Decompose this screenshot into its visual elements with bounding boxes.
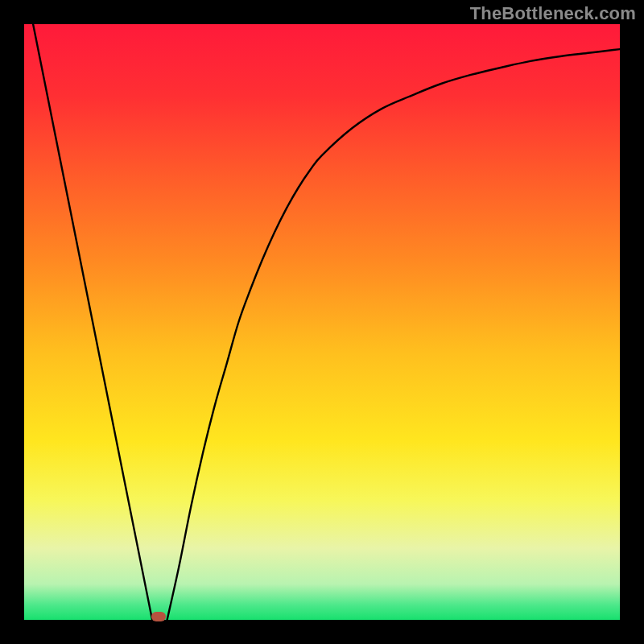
chart-frame: TheBottleneck.com: [0, 0, 644, 644]
plot-area: [24, 24, 620, 620]
gradient-background: [24, 24, 620, 620]
minimum-marker: [151, 612, 166, 621]
watermark-text: TheBottleneck.com: [470, 3, 636, 24]
plot-svg: [24, 24, 620, 620]
